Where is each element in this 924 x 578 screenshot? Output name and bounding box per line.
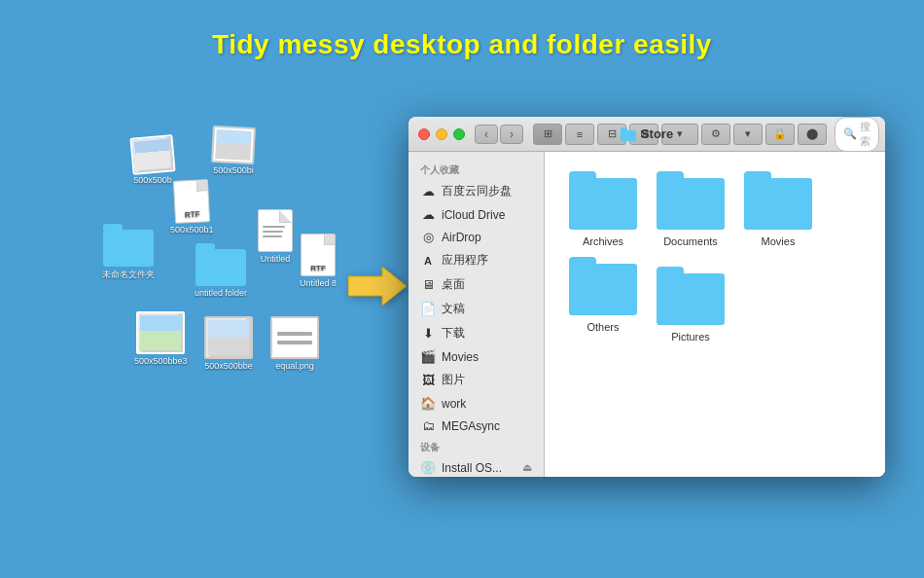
finder-window: ‹ › ⊞ ≡ ⊟ ⊠ ▾ ⚙ ▾ 🔒 ⬤ Store 🔍 搜索 <box>409 117 885 477</box>
megasync-icon: 🗂 <box>420 418 436 433</box>
lock-button[interactable]: 🔒 <box>765 124 795 145</box>
list-item[interactable]: Untitled <box>258 209 293 264</box>
sidebar-item-pictures[interactable]: 🖼 图片 <box>409 368 544 392</box>
pictures-icon: 🖼 <box>420 373 436 387</box>
page-title: Tidy messy desktop and folder easily <box>0 0 924 60</box>
folder-others-label: Others <box>586 321 619 333</box>
action-button[interactable]: ⚙ <box>701 124 730 145</box>
desktop-area: 500x500b 500x500bi RTF 500x500b1 未命名文件夹 … <box>58 117 350 448</box>
movies-icon: 🎬 <box>420 349 436 364</box>
sidebar-section-favorites: 个人收藏 <box>409 160 544 179</box>
list-item[interactable]: 500x500bi <box>212 126 255 175</box>
svg-marker-0 <box>348 267 407 306</box>
minimize-button[interactable] <box>436 128 447 140</box>
sidebar-item-desktop[interactable]: 🖥 桌面 <box>409 272 544 297</box>
icloud-icon: ☁ <box>420 207 436 222</box>
applications-icon: A <box>420 255 436 267</box>
search-placeholder: 搜索 <box>860 120 871 149</box>
window-title: Store <box>621 126 673 141</box>
list-item[interactable]: untitled folder <box>195 243 247 298</box>
back-button[interactable]: ‹ <box>475 125 498 144</box>
sidebar-item-applications[interactable]: A 应用程序 <box>409 248 544 272</box>
list-item[interactable]: 500x500b <box>131 136 174 185</box>
eject-button[interactable]: ⬤ <box>798 124 827 145</box>
folder-archives-icon <box>569 171 637 230</box>
list-item[interactable]: equal.png <box>270 316 319 371</box>
sidebar-item-work[interactable]: 🏠 work <box>409 392 544 415</box>
window-buttons <box>418 128 465 140</box>
sidebar: 个人收藏 ☁ 百度云同步盘 ☁ iCloud Drive ◎ AirDrop A… <box>409 152 545 477</box>
folder-documents-icon <box>657 171 725 230</box>
list-item[interactable]: 未命名文件夹 <box>102 224 155 281</box>
downloads-icon: ⬇ <box>420 326 436 341</box>
folder-others[interactable]: Others <box>564 257 642 343</box>
folder-archives[interactable]: Archives <box>564 171 642 247</box>
toolbar-icons: ⊞ ≡ ⊟ ⊠ ▾ ⚙ ▾ 🔒 ⬤ <box>533 124 827 145</box>
list-item[interactable]: 500x500bbe3 <box>134 311 188 366</box>
folder-pictures-label: Pictures <box>671 331 710 343</box>
work-icon: 🏠 <box>420 396 436 411</box>
maximize-button[interactable] <box>453 128 465 140</box>
search-icon: 🔍 <box>843 127 857 140</box>
folder-documents-label: Documents <box>663 235 718 247</box>
sidebar-item-documents[interactable]: 📄 文稿 <box>409 297 544 321</box>
sidebar-section-devices: 设备 <box>409 437 544 456</box>
sidebar-item-movies[interactable]: 🎬 Movies <box>409 345 544 368</box>
forward-button[interactable]: › <box>500 125 523 144</box>
documents-icon: 📄 <box>420 302 436 316</box>
title-bar: ‹ › ⊞ ≡ ⊟ ⊠ ▾ ⚙ ▾ 🔒 ⬤ Store 🔍 搜索 <box>409 117 885 152</box>
close-button[interactable] <box>418 128 430 140</box>
window-folder-icon <box>621 127 636 141</box>
list-item[interactable]: 500x500bbe <box>204 316 253 371</box>
disk-icon: 💿 <box>420 460 436 475</box>
folder-movies-label: Movies <box>762 235 796 247</box>
search-box[interactable]: 🔍 搜索 <box>835 117 879 152</box>
folder-movies-icon <box>744 171 812 230</box>
sidebar-item-baidu[interactable]: ☁ 百度云同步盘 <box>409 179 544 203</box>
file-grid: Archives Documents Movies <box>545 152 885 477</box>
sidebar-item-installos[interactable]: 💿 Install OS... ⏏ <box>409 456 544 477</box>
folder-archives-label: Archives <box>583 235 623 247</box>
finder-main: 个人收藏 ☁ 百度云同步盘 ☁ iCloud Drive ◎ AirDrop A… <box>409 152 885 477</box>
sidebar-item-icloud[interactable]: ☁ iCloud Drive <box>409 203 544 226</box>
sidebar-item-megasync[interactable]: 🗂 MEGAsync <box>409 415 544 437</box>
desktop-icon: 🖥 <box>420 277 436 292</box>
airdrop-icon: ◎ <box>420 230 436 244</box>
arrow-icon <box>348 263 407 316</box>
icon-view-button[interactable]: ⊞ <box>533 124 562 145</box>
folder-others-icon <box>569 257 637 315</box>
baidu-icon: ☁ <box>420 184 436 199</box>
eject-icon[interactable]: ⏏ <box>522 461 532 474</box>
list-view-button[interactable]: ≡ <box>565 124 594 145</box>
list-item[interactable]: RTF Untitled 8 <box>300 234 337 288</box>
sidebar-item-airdrop[interactable]: ◎ AirDrop <box>409 226 544 248</box>
folder-documents[interactable]: Documents <box>652 171 729 247</box>
folder-movies[interactable]: Movies <box>739 171 817 247</box>
nav-arrows: ‹ › <box>475 125 523 144</box>
folder-pictures[interactable]: Pictures <box>652 267 729 343</box>
folder-pictures-icon <box>657 267 725 325</box>
action-dropdown[interactable]: ▾ <box>733 124 763 145</box>
sidebar-item-downloads[interactable]: ⬇ 下载 <box>409 321 544 345</box>
list-item[interactable]: RTF 500x500b1 <box>170 180 214 235</box>
